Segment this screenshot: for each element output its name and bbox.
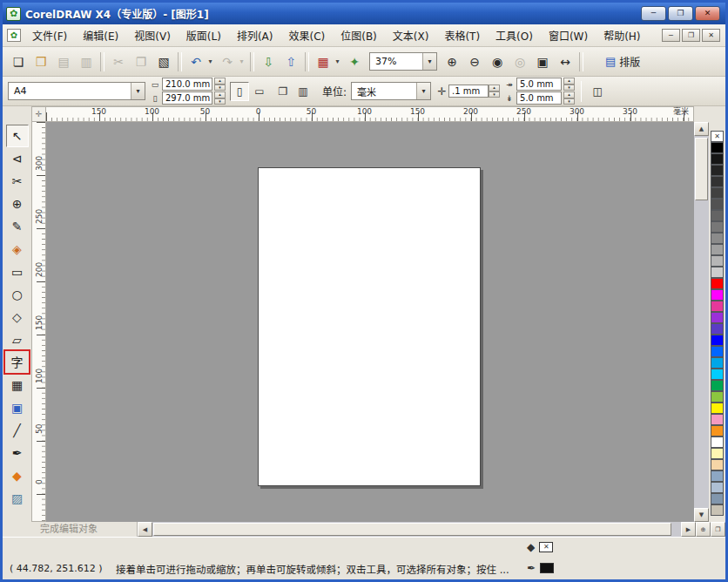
menu-text[interactable]: 文本(X) [385,24,437,46]
portrait-button[interactable]: ▯ [230,82,249,101]
all-pages-button[interactable]: ❐ [273,82,293,101]
pick-tool[interactable]: ↖ [6,125,29,147]
spin-down-button[interactable]: ▾ [214,98,226,105]
paper-size-combo-arrow-icon[interactable]: ▾ [131,83,145,99]
paper-size-combobox[interactable]: A4 ▾ [8,82,145,100]
ellipse-tool[interactable]: ○ [6,283,29,306]
color-swatch[interactable] [711,391,724,403]
color-swatch[interactable] [711,346,724,357]
vertical-scroll-track[interactable] [694,136,709,508]
ruler-origin[interactable]: ✛ [31,106,46,122]
menu-file[interactable]: 文件(F) [24,24,75,46]
units-combo-arrow-icon[interactable]: ▾ [416,83,430,99]
application-launcher-icon[interactable]: ▦ [313,51,334,72]
spin-down-button[interactable]: ▾ [563,85,575,91]
spin-up-button[interactable]: ▴ [214,91,226,98]
zoom-to-page-icon[interactable]: ↔ [555,51,576,72]
copy-icon[interactable]: ❐ [131,51,152,72]
zoom-tool[interactable]: ⊕ [6,193,29,215]
undo-dropdown-icon[interactable]: ▾ [206,51,215,72]
horizontal-scroll-thumb[interactable] [153,523,671,536]
color-swatch[interactable] [711,221,724,233]
welcome-screen-icon[interactable]: ✦ [344,51,365,72]
scroll-left-button[interactable]: ◀ [138,522,152,537]
color-swatch[interactable] [711,493,724,504]
redo-icon[interactable]: ↷ [217,51,238,72]
interactive-blend-tool[interactable]: ▣ [6,396,29,419]
menu-help[interactable]: 帮助(H) [596,24,648,46]
mdi-close-button[interactable]: ✕ [702,29,720,42]
paper-width-field[interactable]: 210.0 mm [162,78,212,91]
color-swatch[interactable] [711,425,724,436]
color-swatch[interactable] [711,187,724,199]
print-icon[interactable]: ▥ [76,51,97,72]
menu-tools[interactable]: 工具(O) [488,24,541,46]
redo-dropdown-icon[interactable]: ▾ [237,51,246,72]
minimize-button[interactable]: ─ [641,6,666,21]
smart-fill-tool[interactable]: ◈ [6,238,29,261]
layout-toolbar-button[interactable]: ▤ 排版 [598,51,647,72]
scroll-down-button[interactable]: ▼ [694,508,709,522]
color-swatch[interactable] [711,233,724,244]
spin-down-button[interactable]: ▾ [489,91,500,98]
color-swatch[interactable] [711,301,724,312]
paste-icon[interactable]: ▧ [153,51,174,72]
close-button[interactable]: ✕ [695,6,720,21]
color-swatch[interactable] [711,482,724,493]
duplicate-x-field[interactable]: 5.0 mm [516,78,562,91]
menu-effects[interactable]: 效果(C) [280,24,333,46]
color-swatch[interactable] [711,470,724,482]
menu-view[interactable]: 视图(V) [126,24,179,46]
units-combobox[interactable]: 毫米 ▾ [351,82,431,100]
menu-layout[interactable]: 版面(L) [179,24,229,46]
spin-up-button[interactable]: ▴ [214,78,226,85]
outline-color-swatch[interactable] [540,563,554,573]
zoom-combo-arrow-icon[interactable]: ▾ [422,53,436,70]
spin-down-button[interactable]: ▾ [563,98,575,105]
landscape-button[interactable]: ▭ [250,82,269,101]
bottom-zoom-button[interactable]: ⊕ [696,522,711,537]
color-swatch[interactable] [711,380,724,391]
import-icon[interactable]: ⇩ [258,51,279,72]
nudge-offset-field[interactable]: .1 mm [448,85,489,98]
color-swatch[interactable] [711,278,724,289]
spin-down-button[interactable]: ▾ [214,85,226,91]
menu-arrange[interactable]: 排列(A) [229,24,281,46]
basic-shapes-tool[interactable]: ▱ [6,328,29,351]
color-swatch[interactable] [711,357,724,369]
color-swatch[interactable] [711,153,724,165]
color-swatch[interactable] [711,414,724,425]
color-swatch[interactable] [711,142,724,153]
color-swatch[interactable] [711,244,724,255]
zoom-to-all-icon[interactable]: ▣ [532,51,553,72]
duplicate-y-field[interactable]: 5.0 mm [516,91,562,105]
interactive-fill-tool[interactable]: ▨ [6,487,29,510]
rectangle-tool[interactable]: ▭ [6,261,29,283]
current-page-button[interactable]: ▥ [293,82,313,101]
cut-icon[interactable]: ✂ [108,51,129,72]
color-swatch[interactable] [711,369,724,380]
zoom-level-combobox[interactable]: 37% ▾ [369,52,437,71]
paper-height-field[interactable]: 297.0 mm [162,91,212,105]
menu-window[interactable]: 窗口(W) [541,24,596,46]
spin-up-button[interactable]: ▴ [563,78,575,85]
color-swatch[interactable] [711,504,724,516]
menu-bitmaps[interactable]: 位图(B) [333,24,385,46]
new-document-icon[interactable]: ❏ [8,51,29,72]
export-icon[interactable]: ⇧ [280,51,301,72]
color-swatch[interactable] [711,312,724,323]
color-swatch[interactable] [711,176,724,187]
horizontal-scroll-track[interactable] [152,522,681,537]
color-swatch[interactable] [711,459,724,470]
fill-tool[interactable]: ◆ [6,464,29,487]
color-swatch[interactable] [711,403,724,414]
color-swatch[interactable] [711,165,724,176]
property-bar-options-button[interactable]: ◫ [588,82,607,101]
crop-tool[interactable]: ✂ [6,170,29,193]
color-swatch[interactable] [711,289,724,301]
fill-color-swatch[interactable]: ✕ [539,542,553,552]
zoom-one-shot-icon[interactable]: ◉ [487,51,508,72]
color-swatch[interactable] [711,210,724,221]
zoom-out-icon[interactable]: ⊖ [464,51,485,72]
color-swatch[interactable] [711,199,724,210]
